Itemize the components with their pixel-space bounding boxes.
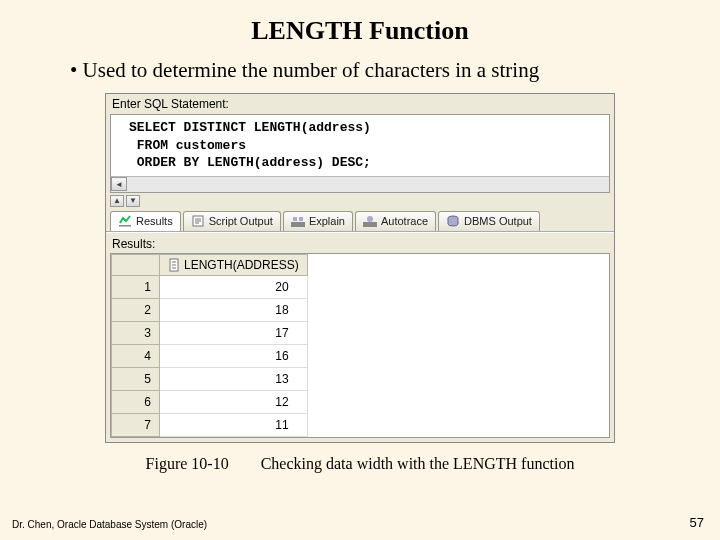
sql-editor[interactable]: SELECT DISTINCT LENGTH(address) FROM cus…	[110, 114, 610, 193]
sql-developer-window: Enter SQL Statement: SELECT DISTINCT LEN…	[105, 93, 615, 443]
figure-number: Figure 10-10	[146, 455, 229, 473]
splitter-arrows[interactable]: ▲ ▼	[110, 195, 610, 207]
bullet-text: Used to determine the number of characte…	[0, 58, 720, 93]
tab-results-label: Results	[136, 215, 173, 227]
svg-rect-4	[299, 217, 303, 221]
results-grid[interactable]: LENGTH(ADDRESS) 120 218 317 416 513 612 …	[110, 253, 610, 438]
enter-sql-label: Enter SQL Statement:	[106, 94, 614, 114]
row-number: 5	[112, 367, 160, 390]
row-number: 6	[112, 390, 160, 413]
splitter-down-icon[interactable]: ▼	[126, 195, 140, 207]
row-number: 7	[112, 413, 160, 436]
tab-explain[interactable]: Explain	[283, 211, 353, 231]
results-icon	[118, 214, 132, 228]
results-tabbar: Results Script Output Explain Autotrace …	[106, 208, 614, 232]
tab-dbms-label: DBMS Output	[464, 215, 532, 227]
table-row[interactable]: 218	[112, 298, 308, 321]
table-row[interactable]: 513	[112, 367, 308, 390]
table-row[interactable]: 120	[112, 275, 308, 298]
footer-author: Dr. Chen, Oracle Database System (Oracle…	[12, 519, 207, 530]
row-number: 2	[112, 298, 160, 321]
cell-value: 20	[160, 275, 308, 298]
sql-code: SELECT DISTINCT LENGTH(address) FROM cus…	[111, 115, 609, 176]
tab-script-output[interactable]: Script Output	[183, 211, 281, 231]
horizontal-scrollbar[interactable]: ◄	[111, 176, 609, 192]
table-header-row: LENGTH(ADDRESS)	[112, 254, 308, 275]
row-number: 1	[112, 275, 160, 298]
cell-value: 12	[160, 390, 308, 413]
cell-value: 16	[160, 344, 308, 367]
slide-title: LENGTH Function	[0, 0, 720, 58]
svg-point-6	[367, 216, 373, 222]
column-header[interactable]: LENGTH(ADDRESS)	[160, 254, 308, 275]
table-row[interactable]: 416	[112, 344, 308, 367]
cell-value: 11	[160, 413, 308, 436]
splitter-up-icon[interactable]: ▲	[110, 195, 124, 207]
autotrace-icon	[363, 214, 377, 228]
svg-rect-2	[291, 222, 305, 227]
column-header-text: LENGTH(ADDRESS)	[184, 258, 299, 272]
code-line-1: SELECT DISTINCT LENGTH(address)	[129, 120, 371, 135]
svg-rect-0	[119, 225, 131, 227]
explain-icon	[291, 214, 305, 228]
row-number: 4	[112, 344, 160, 367]
code-line-2: FROM customers	[129, 138, 246, 153]
svg-rect-3	[293, 217, 297, 221]
code-line-3: ORDER BY LENGTH(address) DESC;	[129, 155, 371, 170]
cell-value: 17	[160, 321, 308, 344]
tab-results[interactable]: Results	[110, 211, 181, 231]
tab-explain-label: Explain	[309, 215, 345, 227]
tab-dbms-output[interactable]: DBMS Output	[438, 211, 540, 231]
row-number-header	[112, 254, 160, 275]
figure-caption: Figure 10-10 Checking data width with th…	[0, 443, 720, 473]
svg-rect-5	[363, 222, 377, 227]
row-number: 3	[112, 321, 160, 344]
figure-caption-text: Checking data width with the LENGTH func…	[261, 455, 575, 472]
cell-value: 13	[160, 367, 308, 390]
table-row[interactable]: 612	[112, 390, 308, 413]
results-label: Results:	[106, 232, 614, 253]
tab-autotrace[interactable]: Autotrace	[355, 211, 436, 231]
table-row[interactable]: 317	[112, 321, 308, 344]
cell-value: 18	[160, 298, 308, 321]
scroll-left-icon[interactable]: ◄	[111, 177, 127, 191]
table-row[interactable]: 711	[112, 413, 308, 436]
tab-script-label: Script Output	[209, 215, 273, 227]
column-type-icon	[168, 258, 180, 272]
page-number: 57	[690, 515, 704, 530]
dbms-output-icon	[446, 214, 460, 228]
tab-autotrace-label: Autotrace	[381, 215, 428, 227]
script-output-icon	[191, 214, 205, 228]
